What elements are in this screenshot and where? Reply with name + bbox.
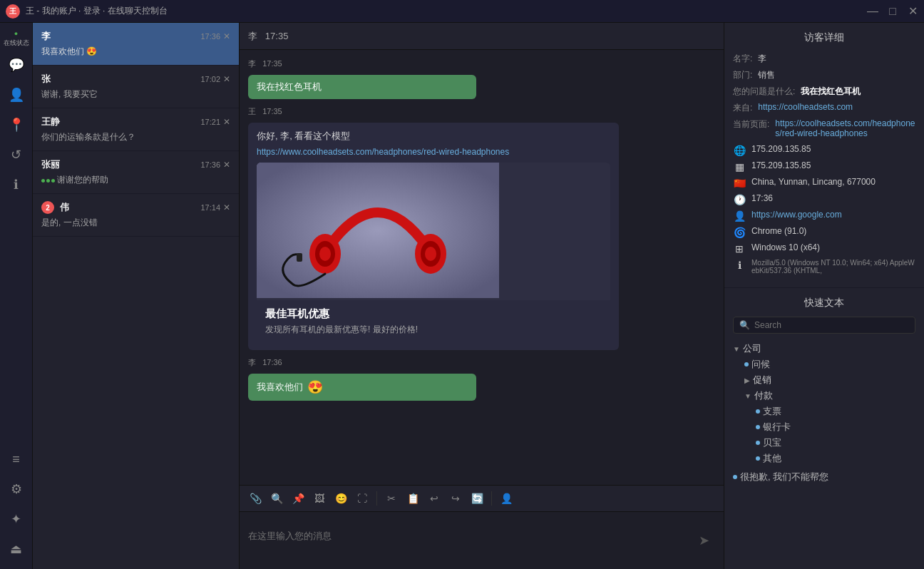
toolbar-fullscreen[interactable]: ⛶: [354, 490, 371, 507]
visitor-message-2: 我喜欢他们 😍: [248, 374, 476, 401]
right-panel: 访客详细 名字: 李 部门: 销售 您的问题是什么: 我在找红色耳机 来自: h…: [724, 23, 924, 569]
tree-dot-greeting: [744, 362, 749, 366]
chat-time-li: 17:36 ✕: [200, 31, 230, 41]
toolbar-user[interactable]: 👤: [498, 490, 515, 507]
tree-folder-payment[interactable]: ▼ 付款: [744, 388, 915, 404]
sidebar-item-logout[interactable]: ⏏: [4, 536, 29, 562]
sidebar-item-history[interactable]: ↺: [4, 142, 29, 168]
visitor-referrer-value[interactable]: https://coolheadsets.com: [758, 102, 853, 112]
unread-badge-wei: 2: [41, 201, 54, 214]
tree-dot-bankcard: [756, 425, 760, 429]
quick-text-search-input[interactable]: [754, 320, 909, 330]
svg-rect-1: [257, 163, 499, 298]
chat-header-sender: 李 17:35: [248, 30, 288, 43]
minimize-button[interactable]: —: [867, 6, 878, 17]
visitor-row-name: 名字: 李: [733, 53, 915, 65]
titlebar-title: 王 - 我的账户 · 登录 · 在线聊天控制台: [26, 5, 168, 17]
sidebar-item-location[interactable]: 📍: [4, 112, 29, 138]
ua-icon: ℹ: [733, 260, 746, 271]
chat-name-wei: 2 伟: [41, 201, 69, 214]
chat-item-zhangli[interactable]: 张丽 17:36 ✕ 谢谢您的帮助: [33, 151, 239, 194]
visitor-details-section: 访客详细 名字: 李 部门: 销售 您的问题是什么: 我在找红色耳机 来自: h…: [724, 23, 924, 288]
tree-label-bankcard: 银行卡: [763, 421, 791, 434]
tree-leaf-paypal[interactable]: 贝宝: [756, 435, 915, 451]
close-chat-wei[interactable]: ✕: [223, 203, 230, 212]
tree-leaf-sorry[interactable]: 很抱歉, 我们不能帮您: [733, 469, 915, 485]
chat-msg-zhang: 谢谢, 我要买它: [41, 88, 230, 101]
app-logo: 王: [6, 4, 20, 19]
maximize-button[interactable]: □: [887, 6, 898, 17]
toolbar-attachment[interactable]: 📎: [247, 490, 264, 507]
toolbar-image[interactable]: 🖼: [311, 490, 328, 507]
visitor-referrer-label: 来自:: [733, 102, 752, 114]
send-button[interactable]: ➤: [692, 529, 715, 552]
chat-item-zhang[interactable]: 张 17:02 ✕ 谢谢, 我要买它: [33, 66, 239, 108]
sidebar-item-chat[interactable]: 💬: [4, 52, 29, 78]
visitor-row-ua: ℹ Mozilla/5.0 (Windows NT 10.0; Win64; x…: [733, 259, 915, 275]
chat-messages: 李 17:35 我在找红色耳机 王 17:35 你好, 李, 看看这个模型 ht…: [240, 50, 724, 485]
titlebar-controls: — □ ✕: [867, 6, 918, 17]
toolbar-separator-1: [376, 491, 377, 506]
close-button[interactable]: ✕: [907, 6, 918, 17]
close-chat-wangjing[interactable]: ✕: [223, 117, 230, 127]
visitor-referrer-url[interactable]: https://www.google.com: [751, 210, 842, 220]
visitor-row-dept: 部门: 销售: [733, 69, 915, 81]
chat-time-wei: 17:14 ✕: [200, 203, 230, 212]
card-title: 最佳耳机优惠: [265, 307, 602, 321]
quick-text-search-box: 🔍: [733, 317, 915, 334]
visitor-page-label: 当前页面:: [733, 118, 769, 130]
toolbar-cut[interactable]: ✂: [383, 490, 400, 507]
tree-leaf-bankcard[interactable]: 银行卡: [756, 419, 915, 435]
sidebar-item-settings[interactable]: ⚙: [4, 476, 29, 502]
tree-folder-company[interactable]: ▼ 公司: [733, 341, 915, 357]
chat-msg-li: 我喜欢他们 😍: [41, 46, 230, 58]
visitor-page-value[interactable]: https://coolheadsets.com/headphones/red-…: [775, 118, 915, 138]
message-input[interactable]: [248, 530, 692, 551]
toolbar-pin[interactable]: 📌: [289, 490, 307, 507]
card-body: 最佳耳机优惠 发现所有耳机的最新优惠等! 最好的价格!: [257, 300, 610, 343]
flag-icon: 🇨🇳: [733, 178, 746, 189]
tree-leaf-other[interactable]: 其他: [756, 451, 915, 466]
sidebar-item-info[interactable]: ℹ: [4, 172, 29, 198]
close-chat-zhangli[interactable]: ✕: [223, 160, 230, 170]
tree-children-payment: 支票 银行卡 贝宝 其他: [744, 404, 915, 466]
chat-list: 李 17:36 ✕ 我喜欢他们 😍 张 17:02 ✕ 谢谢,: [33, 23, 239, 569]
visitor-details-title: 访客详细: [733, 31, 915, 44]
chat-name-zhang: 张: [41, 73, 51, 86]
tree-dot-check: [756, 409, 760, 414]
chat-msg-wangjing: 你们的运输条款是什么？: [41, 131, 230, 143]
chat-name-wangjing: 王静: [41, 116, 60, 128]
visitor-time: 17:36: [751, 193, 773, 203]
visitor-message-1: 我在找红色耳机: [248, 75, 476, 99]
nav-sidebar: ● 在线状态 💬 👤 📍 ↺ ℹ ≡ ⚙ ✦ ⏏: [0, 23, 33, 569]
windows-icon: ⊞: [733, 243, 746, 255]
toolbar-copy[interactable]: 📋: [404, 490, 421, 507]
chat-item-wei[interactable]: 2 伟 17:14 ✕ 是的, 一点没错: [33, 194, 239, 237]
agent-link-1[interactable]: https://www.coolheadsets.com/headphones/…: [257, 147, 610, 157]
tree-label-paypal: 贝宝: [763, 436, 781, 449]
toolbar-emoji[interactable]: 😊: [332, 490, 349, 507]
toolbar-search[interactable]: 🔍: [268, 490, 285, 507]
toolbar-redo[interactable]: ↪: [447, 490, 464, 507]
chat-list-panel: 李 17:36 ✕ 我喜欢他们 😍 张 17:02 ✕ 谢谢,: [33, 23, 240, 569]
chat-item-li[interactable]: 李 17:36 ✕ 我喜欢他们 😍: [33, 23, 239, 66]
sidebar-item-menu[interactable]: ≡: [4, 446, 29, 472]
chat-main-panel: 李 17:35 李 17:35 我在找红色耳机 王 17:35 你好, 李, 看…: [240, 23, 724, 569]
chat-item-wangjing[interactable]: 王静 17:21 ✕ 你们的运输条款是什么？: [33, 108, 239, 151]
sidebar-item-star[interactable]: ✦: [4, 506, 29, 532]
svg-point-4: [319, 247, 331, 261]
tree-arrow-company: ▼: [733, 345, 740, 353]
svg-point-7: [425, 247, 436, 261]
toolbar-undo[interactable]: ↩: [426, 490, 443, 507]
close-chat-zhang[interactable]: ✕: [223, 74, 230, 84]
sidebar-item-contacts[interactable]: 👤: [4, 82, 29, 108]
tree-folder-promotion[interactable]: ▶ 促销: [744, 372, 915, 388]
toolbar-refresh[interactable]: 🔄: [468, 490, 486, 507]
message-group-3: 李 17:36 我喜欢他们 😍: [248, 357, 715, 401]
ip-icon-1: 🌐: [733, 145, 746, 156]
close-chat-li[interactable]: ✕: [223, 31, 230, 41]
visitor-row-browser: 🌀 Chrome (91.0): [733, 226, 915, 238]
tree-leaf-greeting[interactable]: 问候: [744, 357, 915, 372]
headphones-image: [257, 163, 499, 298]
tree-leaf-check[interactable]: 支票: [756, 404, 915, 419]
